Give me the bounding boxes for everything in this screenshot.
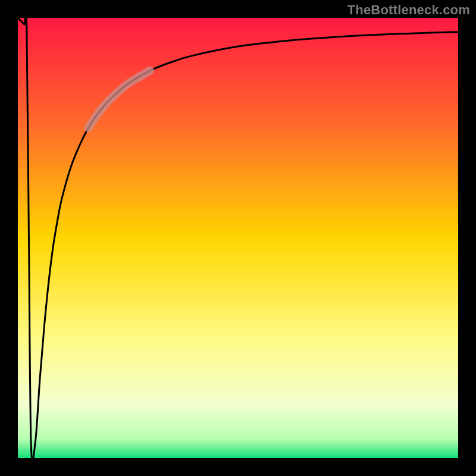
- bottleneck-curve: [18, 18, 458, 458]
- watermark-text: TheBottleneck.com: [347, 2, 470, 18]
- plot-area: [18, 18, 458, 458]
- curve-highlight: [88, 71, 150, 128]
- curve-layer: [18, 18, 458, 458]
- chart-frame: TheBottleneck.com: [0, 0, 476, 476]
